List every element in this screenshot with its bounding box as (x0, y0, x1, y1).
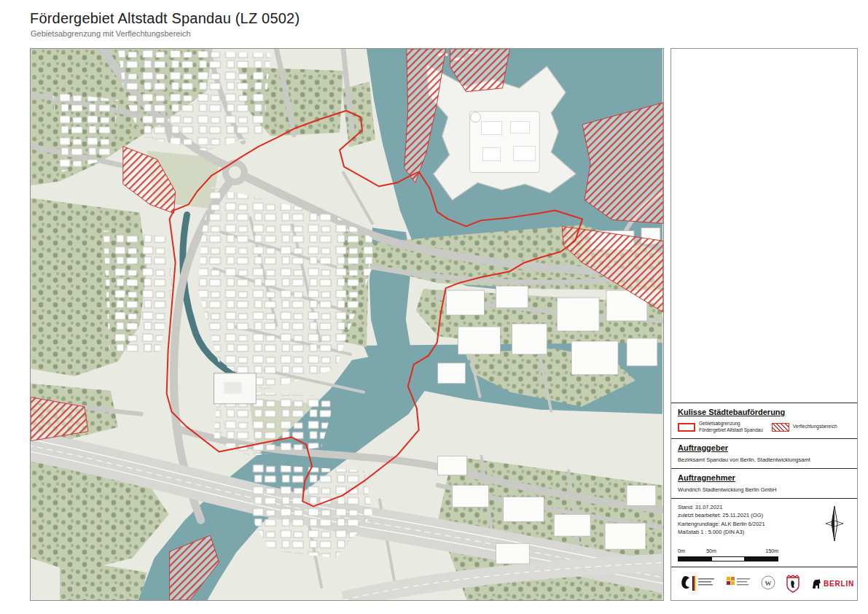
scale-segment-1 (679, 557, 711, 561)
scale-segment-2 (711, 557, 746, 561)
map-canvas (30, 48, 664, 601)
page-title: Fördergebiet Altstadt Spandau (LZ 0502) (30, 10, 300, 27)
legend-panel: Kulisse Städtebauförderung Gebietsabgren… (670, 48, 858, 601)
scale-bar: 0m 50m 150m (678, 548, 778, 561)
funding-legend-section: Kulisse Städtebauförderung Gebietsabgren… (671, 403, 857, 438)
town-hall (214, 373, 256, 404)
boundary-legend-label: Gebietsabgrenzung Fördergebiet Altstadt … (699, 421, 763, 433)
funding-program-logo (725, 574, 751, 593)
boundary-swatch (678, 423, 695, 432)
svg-text:W: W (765, 580, 772, 587)
edited-date: zuletzt bearbeitet: 25.11.2021 (OG) (678, 511, 818, 519)
stand-date: Stand: 31.07.2021 (678, 503, 818, 511)
logos-row: W BERLIN (671, 567, 857, 600)
north-arrow-icon (818, 505, 851, 543)
map-meta: Stand: 31.07.2021 zuletzt bearbeitet: 25… (678, 503, 818, 536)
berlin-wordmark-logo: BERLIN (809, 574, 856, 593)
client-text: Bezirksamt Spandau von Berlin, Stadtentw… (678, 456, 851, 463)
berlin-coat-of-arms (785, 574, 801, 593)
scale-label-0: 0m (678, 548, 685, 553)
funding-legend-title: Kulisse Städtebauförderung (678, 408, 851, 416)
scale-segment-3 (745, 557, 778, 561)
scale-label-50: 50m (706, 548, 716, 553)
contractor-section: Auftragnehmer Wundrich Stadtentwicklung … (671, 468, 857, 498)
client-section: Auftraggeber Bezirksamt Spandau von Berl… (671, 438, 857, 468)
w-crest-logo: W (759, 574, 777, 593)
legend-item-hatch: Verflechtungsbereich (772, 423, 837, 432)
juliusturm-tower (471, 112, 481, 123)
map-scale: Maßstab 1 : 5.000 (DIN A3) (678, 528, 818, 536)
contractor-text: Wundrich Stadtentwicklung Berlin GmbH (678, 486, 851, 493)
legend-item-boundary: Gebietsabgrenzung Fördergebiet Altstadt … (678, 421, 763, 433)
federal-ministry-logo (678, 574, 717, 593)
contractor-title: Auftragnehmer (678, 473, 851, 482)
hatch-legend-label: Verflechtungsbereich (793, 424, 837, 430)
map-info-section: Stand: 31.07.2021 zuletzt bearbeitet: 25… (671, 498, 857, 567)
sheet-header: Fördergebiet Altstadt Spandau (LZ 0502) … (30, 10, 300, 38)
map-svg (31, 49, 663, 600)
svg-text:BERLIN: BERLIN (824, 580, 854, 588)
scale-label-150: 150m (765, 548, 778, 553)
hatch-swatch (772, 423, 789, 432)
client-title: Auftraggeber (678, 443, 851, 452)
page-subtitle: Gebietsabgrenzung mit Verflechtungsberei… (31, 29, 300, 38)
basemap-source: Kartengrundlage: ALK Berlin 6/2021 (678, 520, 818, 528)
panel-spacer (671, 49, 857, 403)
